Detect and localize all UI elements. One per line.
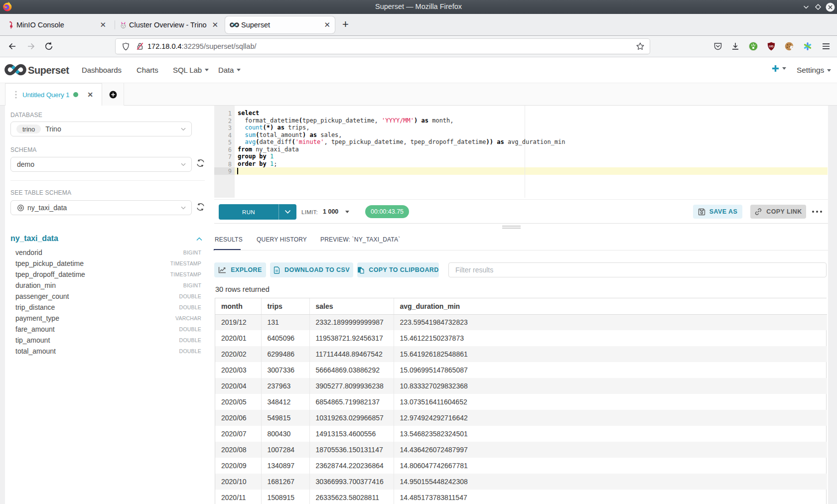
split-handle[interactable]: [502, 226, 521, 227]
url-input[interactable]: 172.18.0.4:32295/superset/sqllab/: [116, 39, 650, 54]
refresh-schema-icon[interactable]: [196, 158, 205, 168]
results-cell[interactable]: 56664869.03886292: [309, 362, 394, 378]
filter-results-input[interactable]: Filter results: [448, 262, 827, 277]
results-cell[interactable]: 14913153.4600556: [309, 426, 394, 442]
window-maximize-icon[interactable]: [813, 2, 823, 12]
results-cell[interactable]: 2020/04: [215, 378, 261, 394]
forward-icon[interactable]: [26, 41, 36, 51]
query-tab-close-icon[interactable]: ✕: [87, 91, 93, 99]
back-icon[interactable]: [7, 41, 17, 51]
results-cell[interactable]: 549815: [261, 410, 309, 426]
results-cell[interactable]: 1681267: [261, 474, 309, 490]
schema-table-title[interactable]: ny_taxi_data: [10, 234, 58, 243]
results-cell[interactable]: 2020/08: [215, 442, 261, 458]
run-button[interactable]: RUN: [219, 204, 296, 220]
results-cell[interactable]: 18705536.150131147: [309, 442, 394, 458]
results-cell[interactable]: 2332.1899999999987: [309, 314, 394, 330]
collapse-chevron-icon[interactable]: [196, 237, 202, 241]
results-cell[interactable]: 13.073516411604652: [394, 394, 827, 410]
drag-handle-icon[interactable]: [15, 91, 17, 99]
results-cell[interactable]: 117114448.89467542: [309, 346, 394, 362]
limit-caret-icon[interactable]: [345, 211, 349, 213]
results-cell[interactable]: 2020/11: [215, 490, 261, 504]
results-cell[interactable]: 1340897: [261, 458, 309, 474]
results-cell[interactable]: 14.436426072487997: [394, 442, 827, 458]
nav-item-sql-lab[interactable]: SQL Lab: [173, 66, 209, 74]
browser-tab-trino[interactable]: Cluster Overview - Trino ✕: [117, 16, 224, 33]
query-tab[interactable]: Untitled Query 1 ✕: [5, 83, 102, 106]
split-handle[interactable]: [502, 228, 521, 229]
results-tab-1[interactable]: QUERY HISTORY: [257, 236, 307, 243]
nav-item-charts[interactable]: Charts: [137, 66, 158, 74]
bookmark-star-icon[interactable]: [636, 42, 645, 51]
limit-value[interactable]: 1 000: [323, 208, 338, 215]
results-cell[interactable]: 6299486: [261, 346, 309, 362]
cookie-icon[interactable]: [784, 41, 794, 51]
results-cell[interactable]: 14.950155448242308: [394, 474, 827, 490]
menu-hamburger-icon[interactable]: [821, 41, 831, 51]
nav-item-data[interactable]: Data: [218, 66, 241, 74]
privacy-badger-icon[interactable]: [748, 41, 758, 51]
results-cell[interactable]: 13.546823582324501: [394, 426, 827, 442]
table-select[interactable]: ny_taxi_data: [10, 200, 192, 215]
results-cell[interactable]: 2020/05: [215, 394, 261, 410]
results-cell[interactable]: 2020/09: [215, 458, 261, 474]
results-cell[interactable]: 2020/03: [215, 362, 261, 378]
settings-menu[interactable]: Settings: [797, 66, 831, 75]
ublock-icon[interactable]: UO: [766, 41, 776, 51]
results-cell[interactable]: 6854865.719982137: [309, 394, 394, 410]
schema-select[interactable]: demo: [10, 157, 192, 172]
results-cell[interactable]: 14.806047742667781: [394, 458, 827, 474]
window-minimize-icon[interactable]: [801, 2, 811, 12]
save-as-button[interactable]: SAVE AS: [693, 205, 742, 219]
new-tab-icon[interactable]: +: [342, 20, 349, 29]
tab-close-icon[interactable]: ✕: [324, 20, 330, 29]
results-cell[interactable]: 14.485173783811547: [394, 490, 827, 504]
results-cell[interactable]: 2019/12: [215, 314, 261, 330]
results-col-header[interactable]: month: [215, 298, 261, 314]
new-item-button[interactable]: [772, 65, 786, 72]
lock-insecure-icon[interactable]: [136, 42, 144, 51]
results-cell[interactable]: 131: [261, 314, 309, 330]
window-close-icon[interactable]: [825, 2, 835, 12]
refresh-table-icon[interactable]: [196, 202, 205, 212]
tab-close-icon[interactable]: ✕: [212, 20, 218, 29]
nav-item-dashboards[interactable]: Dashboards: [82, 66, 122, 74]
results-cell[interactable]: 10.833327029832368: [394, 378, 827, 394]
results-cell[interactable]: 10319263.029966857: [309, 410, 394, 426]
results-cell[interactable]: 30366993.700377416: [309, 474, 394, 490]
database-select[interactable]: trino Trino: [10, 122, 192, 136]
results-cell[interactable]: 2020/02: [215, 346, 261, 362]
pocket-icon[interactable]: [713, 41, 723, 51]
results-cell[interactable]: 223.59541984732823: [394, 314, 827, 330]
results-cell[interactable]: 3905277.8099936238: [309, 378, 394, 394]
tab-close-icon[interactable]: ✕: [100, 20, 106, 29]
copy-link-button[interactable]: COPY LINK: [750, 205, 806, 219]
results-cell[interactable]: 237963: [261, 378, 309, 394]
results-cell[interactable]: 800430: [261, 426, 309, 442]
sql-editor[interactable]: 123456789 select format_datetime(tpep_pi…: [214, 106, 828, 199]
results-tab-0[interactable]: RESULTS: [215, 236, 243, 243]
shield-icon[interactable]: [122, 42, 130, 51]
results-col-header[interactable]: sales: [309, 298, 394, 314]
results-tab-2[interactable]: PREVIEW: `NY_TAXI_DATA`: [320, 236, 400, 243]
explore-button[interactable]: EXPLORE: [214, 262, 266, 277]
add-query-tab[interactable]: [102, 83, 124, 106]
results-cell[interactable]: 1007284: [261, 442, 309, 458]
results-cell[interactable]: 119538721.92456317: [309, 330, 394, 346]
results-cell[interactable]: 1508915: [261, 490, 309, 504]
results-cell[interactable]: 2020/10: [215, 474, 261, 490]
results-cell[interactable]: 15.46122150237873: [394, 330, 827, 346]
results-cell[interactable]: 2020/01: [215, 330, 261, 346]
copy-clipboard-button[interactable]: COPY TO CLIPBOARD: [357, 262, 439, 277]
results-col-header[interactable]: trips: [261, 298, 309, 314]
more-options-icon[interactable]: [812, 211, 822, 213]
results-cell[interactable]: 2020/06: [215, 410, 261, 426]
results-cell[interactable]: 26335623.58028811: [309, 490, 394, 504]
results-cell[interactable]: 3007336: [261, 362, 309, 378]
results-cell[interactable]: 15.096995147865087: [394, 362, 827, 378]
results-col-header[interactable]: avg_duration_min: [394, 298, 827, 314]
superset-brand[interactable]: Superset: [28, 65, 69, 76]
results-cell[interactable]: 6405096: [261, 330, 309, 346]
browser-tab-superset[interactable]: Superset ✕: [225, 16, 335, 33]
